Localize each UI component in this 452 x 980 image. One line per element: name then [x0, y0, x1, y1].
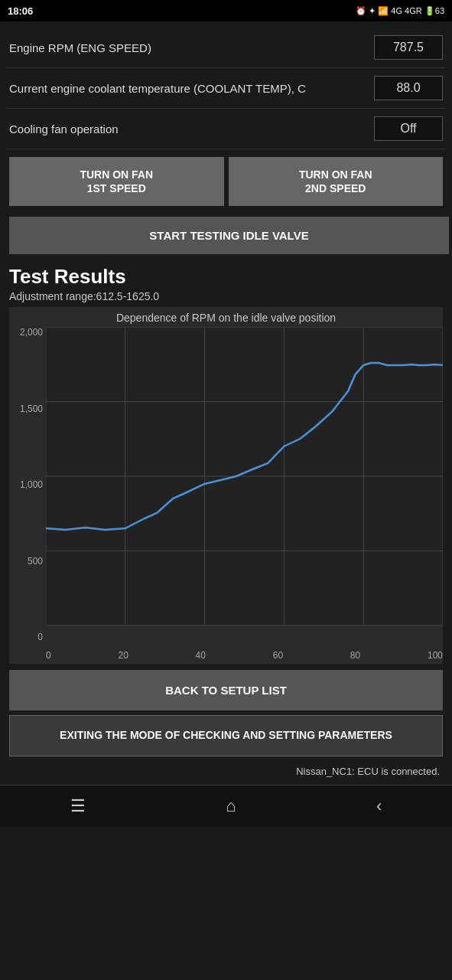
turn-on-fan-2-button[interactable]: TURN ON FAN 2ND SPEED [229, 157, 444, 206]
engine-rpm-value: 787.5 [374, 35, 443, 60]
cooling-fan-label: Cooling fan operation [9, 122, 374, 136]
x-label-0: 0 [46, 650, 51, 661]
status-icons: ⏰ ✦ 📶 4G 4GR 🔋63 [356, 6, 444, 16]
chart-title: Dependence of RPM on the idle valve posi… [9, 307, 443, 327]
chart-inner: 0 20 40 60 80 100 [46, 327, 443, 664]
coolant-temp-label: Current engine coolant temperature (COOL… [9, 82, 374, 95]
cooling-fan-row: Cooling fan operation Off [6, 109, 446, 149]
x-axis: 0 20 40 60 80 100 [46, 648, 443, 664]
back-to-setup-button[interactable]: BACK TO SETUP LIST [9, 670, 443, 710]
x-label-20: 20 [118, 650, 128, 661]
menu-icon[interactable]: ☰ [55, 793, 101, 819]
status-bar: 18:06 ⏰ ✦ 📶 4G 4GR 🔋63 [0, 0, 452, 21]
adjustment-range: Adjustment range:612.5-1625.0 [6, 290, 446, 307]
back-icon[interactable]: ‹ [361, 793, 397, 819]
fan-buttons-row: TURN ON FAN 1ST SPEED TURN ON FAN 2ND SP… [6, 149, 446, 214]
chart-container: Dependence of RPM on the idle valve posi… [9, 307, 443, 664]
x-label-40: 40 [196, 650, 206, 661]
turn-on-fan-2-label: TURN ON FAN 2ND SPEED [299, 168, 372, 194]
nav-bar: ☰ ⌂ ‹ [0, 785, 452, 827]
chart-area: 2,000 1,500 1,000 500 0 [9, 327, 443, 664]
engine-rpm-row: Engine RPM (ENG SPEED) 787.5 [6, 28, 446, 68]
y-label-0: 0 [37, 632, 43, 642]
y-label-1000: 1,000 [20, 479, 43, 490]
status-time: 18:06 [8, 5, 33, 17]
y-label-2000: 2,000 [20, 327, 43, 338]
coolant-temp-row: Current engine coolant temperature (COOL… [6, 68, 446, 109]
y-label-1500: 1,500 [20, 403, 43, 414]
x-label-100: 100 [428, 650, 443, 661]
y-axis: 2,000 1,500 1,000 500 0 [9, 327, 46, 664]
x-label-80: 80 [350, 650, 360, 661]
ecu-status: Nissan_NC1: ECU is connected. [6, 761, 446, 782]
exiting-mode-button[interactable]: EXITING THE MODE OF CHECKING AND SETTING… [9, 715, 443, 756]
start-testing-button[interactable]: START TESTING IDLE VALVE [9, 217, 449, 254]
y-label-500: 500 [28, 556, 43, 567]
turn-on-fan-1-label: TURN ON FAN 1ST SPEED [80, 168, 153, 194]
engine-rpm-label: Engine RPM (ENG SPEED) [9, 41, 374, 54]
cooling-fan-value: Off [374, 116, 443, 141]
coolant-temp-value: 88.0 [374, 76, 443, 100]
home-icon[interactable]: ⌂ [210, 793, 251, 819]
test-results-title: Test Results [6, 262, 446, 290]
x-label-60: 60 [273, 650, 283, 661]
turn-on-fan-1-button[interactable]: TURN ON FAN 1ST SPEED [9, 157, 224, 206]
chart-svg [46, 327, 443, 648]
